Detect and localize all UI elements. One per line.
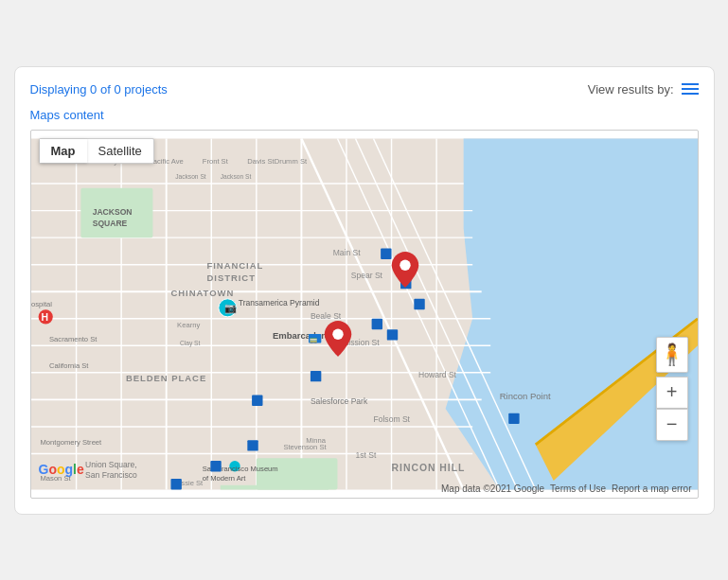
svg-text:DISTRICT: DISTRICT [206, 272, 255, 282]
svg-point-88 [400, 259, 410, 270]
svg-text:Main St: Main St [332, 248, 361, 257]
svg-text:Rincon Point: Rincon Point [499, 391, 550, 401]
zoom-controls: 🧍 + − [656, 337, 688, 441]
google-g2: g [65, 462, 74, 477]
google-logo: Google [39, 462, 84, 477]
list-line-1 [682, 83, 699, 85]
top-bar: Displaying 0 of 0 projects View results … [30, 82, 699, 97]
svg-text:Sacramento St: Sacramento St [49, 334, 98, 343]
svg-text:1st St: 1st St [355, 450, 376, 460]
svg-text:Embarcadero: Embarcadero [272, 329, 329, 340]
google-e: e [77, 462, 84, 477]
svg-text:CHINATOWN: CHINATOWN [170, 287, 234, 297]
svg-text:Drumm St: Drumm St [274, 157, 307, 166]
svg-rect-80 [371, 318, 382, 328]
svg-text:Folsom St: Folsom St [373, 414, 410, 424]
svg-rect-84 [170, 479, 181, 489]
svg-text:ospital: ospital [31, 300, 52, 308]
google-g: G [39, 462, 49, 477]
displaying-count: Displaying 0 of 0 projects [30, 82, 168, 97]
svg-text:Stevenson St: Stevenson St [283, 442, 327, 450]
svg-text:Spear St: Spear St [350, 270, 382, 279]
svg-text:San Francisco: San Francisco [85, 470, 137, 480]
view-results-area: View results by: [588, 82, 699, 97]
svg-rect-79 [414, 298, 424, 308]
pegman-button[interactable]: 🧍 [656, 337, 688, 373]
map-background: JACKSON SQUARE CHINATOWN FINANCIAL DISTR… [31, 131, 698, 498]
map-toggle: Map Satellite [39, 138, 154, 164]
satellite-button[interactable]: Satellite [87, 139, 153, 163]
svg-text:BELDEN PLACE: BELDEN PLACE [125, 373, 205, 383]
svg-text:Beale St: Beale St [310, 310, 341, 320]
svg-text:Front St: Front St [202, 157, 228, 166]
svg-rect-85 [508, 413, 519, 423]
map-container: JACKSON SQUARE CHINATOWN FINANCIAL DISTR… [30, 130, 699, 499]
svg-text:H: H [41, 311, 48, 322]
maps-content-label: Maps content [30, 108, 699, 122]
svg-text:Kearny: Kearny [177, 321, 200, 329]
svg-text:Davis St: Davis St [247, 157, 275, 166]
svg-point-89 [333, 329, 344, 340]
view-results-label: View results by: [588, 82, 674, 97]
svg-text:Jackson St: Jackson St [175, 173, 206, 180]
svg-text:FINANCIAL: FINANCIAL [206, 260, 263, 271]
map-pin-2[interactable] [324, 321, 352, 360]
svg-text:Jackson St: Jackson St [220, 173, 251, 180]
terms-link[interactable]: Terms of Use [550, 483, 606, 494]
list-view-icon[interactable] [682, 83, 699, 95]
google-o1: o [48, 462, 57, 477]
list-line-3 [682, 93, 699, 95]
svg-text:Clay St: Clay St [179, 340, 200, 347]
svg-rect-82 [247, 440, 257, 450]
svg-text:of Modern Art: of Modern Art [202, 474, 246, 483]
svg-text:🚃: 🚃 [309, 334, 317, 343]
map-button[interactable]: Map [40, 139, 87, 163]
svg-text:RINCON HILL: RINCON HILL [391, 463, 465, 473]
svg-text:Salesforce Park: Salesforce Park [310, 396, 367, 406]
main-card: Displaying 0 of 0 projects View results … [14, 66, 715, 515]
pegman-icon: 🧍 [659, 343, 684, 367]
svg-text:Union Square,: Union Square, [85, 459, 137, 468]
svg-text:California St: California St [49, 361, 89, 370]
svg-text:JACKSON: JACKSON [92, 207, 132, 217]
svg-text:SQUARE: SQUARE [92, 218, 127, 227]
svg-rect-86 [386, 329, 397, 340]
svg-text:📷: 📷 [223, 302, 237, 314]
report-link[interactable]: Report a map error [612, 483, 691, 494]
svg-rect-87 [252, 395, 262, 405]
svg-rect-81 [310, 370, 320, 380]
svg-rect-83 [210, 461, 221, 471]
svg-rect-77 [381, 248, 391, 258]
svg-text:Transamerica Pyramid: Transamerica Pyramid [238, 298, 319, 308]
google-o2: o [57, 462, 65, 477]
map-footer: Map data ©2021 Google Terms of Use Repor… [441, 483, 692, 494]
zoom-out-button[interactable]: − [656, 409, 688, 441]
svg-rect-30 [256, 458, 337, 489]
svg-text:Howard St: Howard St [418, 369, 457, 378]
svg-text:Montgomery Street: Montgomery Street [40, 437, 102, 446]
map-data-label: Map data ©2021 Google [441, 483, 544, 494]
map-pin-1[interactable] [391, 252, 419, 291]
zoom-in-button[interactable]: + [656, 377, 688, 409]
list-line-2 [682, 88, 699, 90]
